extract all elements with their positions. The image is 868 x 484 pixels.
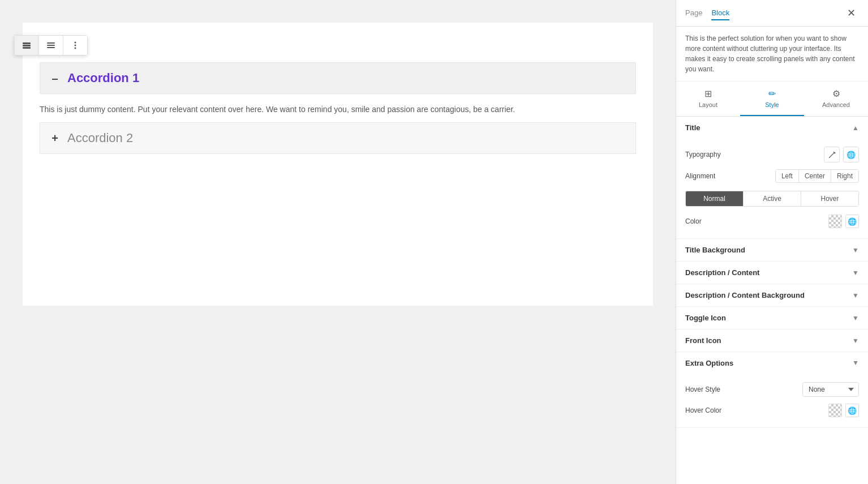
hover-style-row: Hover Style None Lift Grow Shrink Pulse	[685, 379, 859, 400]
style-icon: ✏	[768, 88, 776, 99]
section-title-background-chevron: ▼	[852, 246, 859, 254]
section-description-content-background-header[interactable]: Description / Content Background ▼	[676, 284, 868, 306]
typography-edit-icon[interactable]	[824, 147, 840, 162]
tab-layout-label: Layout	[699, 101, 717, 108]
svg-rect-4	[47, 45, 55, 46]
section-toggle-icon-chevron: ▼	[852, 314, 859, 322]
sidebar-close-button[interactable]: ✕	[844, 6, 859, 20]
svg-rect-0	[23, 42, 31, 44]
svg-point-6	[75, 42, 76, 44]
hover-color-preview[interactable]	[828, 404, 842, 417]
section-toggle-icon: Toggle Icon ▼	[676, 307, 868, 329]
hover-color-global-icon[interactable]: 🌐	[845, 404, 859, 417]
sidebar-tab-page[interactable]: Page	[685, 6, 702, 20]
align-center-button[interactable]: Center	[799, 170, 831, 182]
typography-row: Typography 🌐	[685, 143, 859, 166]
section-description-content-background-chevron: ▼	[852, 292, 859, 299]
section-title-chevron: ▲	[852, 124, 859, 132]
section-title: Title ▲ Typography 🌐	[676, 117, 868, 239]
section-description-content-background-label: Description / Content Background	[685, 291, 805, 299]
accordion-title-2: Accordion 2	[67, 131, 133, 145]
advanced-icon: ⚙	[832, 88, 840, 99]
color-controls: 🌐	[828, 215, 859, 228]
block-toolbar	[14, 35, 88, 55]
color-row: Color 🌐	[685, 211, 859, 232]
accordion-toggle-2: +	[49, 132, 61, 144]
sidebar-description: This is the perfect solution for when yo…	[676, 27, 868, 82]
color-label: Color	[685, 217, 702, 225]
svg-rect-5	[47, 47, 55, 48]
tab-advanced[interactable]: ⚙ Advanced	[804, 82, 868, 116]
accordion-title-1: Accordion 1	[67, 71, 139, 85]
toolbar-button-1[interactable]	[15, 36, 39, 55]
layout-icon: ⊞	[704, 88, 712, 99]
alignment-group: Left Center Right	[775, 169, 859, 183]
align-right-button[interactable]: Right	[831, 170, 858, 182]
section-description-content-label: Description / Content	[685, 268, 759, 277]
hover-style-label: Hover Style	[685, 386, 720, 393]
state-tab-active[interactable]: Active	[744, 191, 801, 206]
section-description-content-background: Description / Content Background ▼	[676, 284, 868, 307]
section-extra-options: Extra Options ▲ Hover Style None Lift Gr…	[676, 352, 868, 428]
sidebar-header: Page Block ✕	[676, 0, 868, 27]
section-title-background: Title Background ▼	[676, 239, 868, 262]
sidebar: Page Block ✕ This is the perfect solutio…	[676, 0, 868, 484]
tab-layout[interactable]: ⊞ Layout	[676, 82, 740, 116]
sidebar-tab-block[interactable]: Block	[711, 6, 729, 20]
section-extra-options-header[interactable]: Extra Options ▲	[676, 352, 868, 374]
section-front-icon: Front Icon ▼	[676, 329, 868, 352]
hover-color-label: Hover Color	[685, 406, 721, 414]
svg-point-8	[75, 48, 76, 49]
canvas-area: – Accordion 1 This is just dummy content…	[0, 0, 676, 484]
state-tab-normal[interactable]: Normal	[686, 191, 744, 206]
toolbar-button-2[interactable]	[39, 36, 63, 55]
state-tab-hover[interactable]: Hover	[801, 191, 858, 206]
section-title-background-header[interactable]: Title Background ▼	[676, 239, 868, 261]
svg-point-7	[75, 45, 76, 46]
tab-style[interactable]: ✏ Style	[740, 82, 804, 116]
canvas-content: – Accordion 1 This is just dummy content…	[23, 23, 653, 306]
alignment-label: Alignment	[685, 172, 715, 180]
alignment-row: Alignment Left Center Right	[685, 166, 859, 186]
section-front-icon-chevron: ▼	[852, 337, 859, 345]
hover-color-controls: 🌐	[828, 404, 859, 417]
section-title-body: Typography 🌐 Alignment	[676, 139, 868, 238]
color-global-icon[interactable]: 🌐	[845, 215, 859, 228]
more-options-icon	[70, 40, 80, 50]
section-extra-options-chevron: ▲	[852, 359, 859, 367]
section-toggle-icon-label: Toggle Icon	[685, 314, 726, 322]
align-left-button[interactable]: Left	[776, 170, 799, 182]
svg-rect-2	[23, 47, 31, 49]
sidebar-mode-tabs: ⊞ Layout ✏ Style ⚙ Advanced	[676, 82, 868, 117]
section-toggle-icon-header[interactable]: Toggle Icon ▼	[676, 307, 868, 329]
typography-controls: 🌐	[824, 147, 859, 162]
section-title-background-label: Title Background	[685, 246, 745, 254]
accordion-block: – Accordion 1 This is just dummy content…	[40, 62, 636, 154]
toolbar-button-3[interactable]	[63, 36, 87, 55]
list-icon	[46, 40, 56, 50]
typography-global-icon[interactable]: 🌐	[843, 147, 859, 162]
accordion-header-2[interactable]: + Accordion 2	[40, 122, 636, 154]
section-description-content: Description / Content ▼	[676, 262, 868, 284]
move-icon	[22, 40, 32, 50]
section-description-content-chevron: ▼	[852, 269, 859, 277]
tab-advanced-label: Advanced	[822, 101, 850, 108]
hover-color-row: Hover Color 🌐	[685, 400, 859, 421]
accordion-header-1[interactable]: – Accordion 1	[40, 62, 636, 94]
color-preview[interactable]	[828, 215, 842, 228]
state-tabs: Normal Active Hover	[685, 191, 859, 207]
accordion-body-text-1: This is just dummy content. Put your rel…	[40, 103, 636, 115]
hover-style-select[interactable]: None Lift Grow Shrink Pulse	[802, 382, 859, 397]
section-title-label: Title	[685, 123, 701, 132]
svg-rect-1	[23, 45, 31, 46]
accordion-item-2: + Accordion 2	[40, 122, 636, 154]
tab-style-label: Style	[765, 101, 779, 108]
sidebar-top-tabs: Page Block	[685, 6, 729, 20]
section-front-icon-header[interactable]: Front Icon ▼	[676, 329, 868, 352]
section-description-content-header[interactable]: Description / Content ▼	[676, 262, 868, 284]
accordion-body-1: This is just dummy content. Put your rel…	[40, 94, 636, 120]
section-title-header[interactable]: Title ▲	[676, 117, 868, 139]
section-front-icon-label: Front Icon	[685, 336, 721, 345]
accordion-item-1: – Accordion 1 This is just dummy content…	[40, 62, 636, 120]
accordion-toggle-1: –	[49, 72, 61, 84]
